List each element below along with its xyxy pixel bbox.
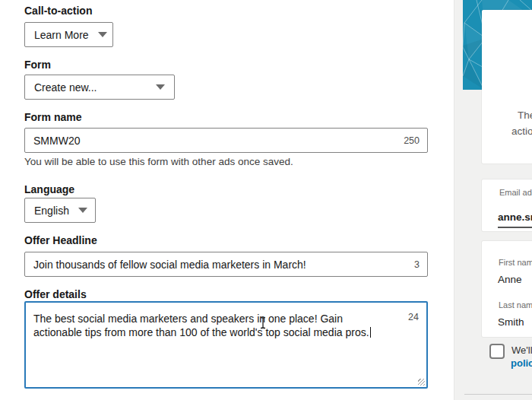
preview-policy-link[interactable]: policy <box>511 357 532 369</box>
preview-first-name-value: Anne <box>498 274 522 285</box>
chevron-down-icon <box>98 32 107 37</box>
preview-email-value: anne.sm <box>498 211 532 223</box>
cta-dropdown-value: Learn More <box>34 29 89 41</box>
offer-headline-char-count: 3 <box>414 259 420 270</box>
form-name-label: Form name <box>24 111 81 123</box>
form-select-dropdown[interactable]: Create new... <box>24 75 175 100</box>
offer-details-text: The best social media marketers and spea… <box>33 313 369 338</box>
form-select-value: Create new... <box>34 81 97 94</box>
preview-divider <box>464 394 532 395</box>
preview-offer-card: The best social media marketers and spea… <box>482 10 532 163</box>
language-value: English <box>34 205 69 217</box>
offer-details-char-count: 24 <box>408 312 419 322</box>
preview-last-name-label: Last name <box>499 300 532 310</box>
preview-first-name-label: First name <box>499 258 532 267</box>
form-select-label: Form <box>24 59 51 71</box>
form-name-input[interactable] <box>24 128 428 153</box>
offer-details-label: Offer details <box>24 288 87 300</box>
preview-email-underline <box>498 227 532 228</box>
text-insertion-caret <box>370 327 372 338</box>
lead-gen-form-editor: Call-to-action Learn More Form Create ne… <box>0 0 532 400</box>
preview-email-card: Email address anne.sm <box>482 179 532 231</box>
text-cursor-icon <box>259 316 267 329</box>
preview-last-name-value: Smith <box>498 316 524 328</box>
form-name-char-count: 250 <box>404 135 420 146</box>
chevron-down-icon <box>156 84 165 90</box>
offer-headline-input[interactable] <box>24 252 428 277</box>
chevron-down-icon <box>78 208 87 213</box>
language-label: Language <box>24 183 74 195</box>
textarea-resize-handle[interactable] <box>418 379 425 386</box>
cta-dropdown[interactable]: Learn More <box>24 22 113 47</box>
preview-consent-text: We'll <box>511 343 532 357</box>
form-name-helper-text: You will be able to use this form with o… <box>24 156 293 167</box>
offer-details-textarea[interactable]: The best social media marketers and spea… <box>24 301 428 389</box>
preview-name-card: First name Anne Last name Smith <box>482 241 532 337</box>
preview-consent-checkbox[interactable] <box>489 344 505 359</box>
language-dropdown[interactable]: English <box>24 198 96 223</box>
cta-label: Call-to-action <box>24 5 92 17</box>
preview-email-label: Email address <box>499 188 532 197</box>
preview-offer-line1: The best social media marketers and spea… <box>518 110 532 122</box>
offer-headline-label: Offer Headline <box>24 234 97 246</box>
preview-offer-line2: actionable tips from more than 100 of th… <box>511 125 532 138</box>
